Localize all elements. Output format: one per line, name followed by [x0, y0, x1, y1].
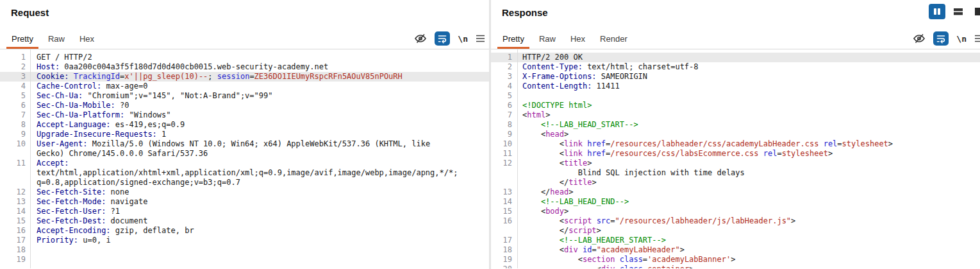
line-content[interactable]: <body> [517, 207, 569, 216]
line-content[interactable]: Host: 0aa200c004a3f5f180d7d0d400cb0015.w… [30, 62, 328, 72]
line-number: 15 [0, 216, 30, 226]
line-number: 12 [491, 159, 517, 187]
menu-glyph [974, 34, 980, 43]
newline-icon[interactable]: \n [458, 34, 468, 44]
line-content[interactable]: Sec-Fetch-Mode: navigate [30, 197, 147, 207]
line-content[interactable]: Sec-Ch-Ua-Mobile: ?0 [30, 101, 129, 110]
line-content[interactable]: <title> Blind SQL injection with time de… [517, 159, 745, 187]
code-line: 9 <head> [491, 130, 980, 139]
line-number: 14 [491, 197, 517, 207]
line-content[interactable]: Content-Type: text/html; charset=utf-8 [517, 62, 699, 72]
line-number: 2 [0, 62, 30, 72]
code-line: 6Sec-Ch-Ua-Mobile: ?0 [0, 101, 489, 110]
line-content[interactable] [30, 255, 37, 265]
line-content[interactable]: <script src="/resources/labheader/js/lab… [517, 216, 795, 236]
line-content[interactable]: <div id="academyLabHeader"> [517, 245, 685, 255]
rows-layout-button[interactable] [950, 4, 967, 19]
eye-slash-icon[interactable] [414, 33, 427, 44]
tab-render[interactable]: Render [595, 28, 633, 49]
code-line: 20 <div class=container> [491, 265, 980, 268]
tab-pretty[interactable]: Pretty [497, 28, 529, 49]
eye-slash-glyph [414, 33, 427, 44]
line-content[interactable]: <section class='academyLabBanner'> [517, 255, 735, 265]
line-content[interactable]: <link href=/resources/css/labsEcommerce.… [517, 149, 833, 159]
response-toolbar: \n [913, 28, 980, 49]
menu-icon[interactable] [974, 34, 980, 43]
line-content[interactable]: User-Agent: Mozilla/5.0 (Windows NT 10.0… [30, 139, 430, 159]
line-content[interactable]: X-Frame-Options: SAMEORIGIN [517, 72, 647, 82]
code-line: 5Sec-Ch-Ua: "Chromium";v="145", "Not:A-B… [0, 91, 489, 101]
line-number: 19 [0, 255, 30, 265]
line-number: 4 [0, 82, 30, 91]
code-line: 11Accept: text/html,application/xhtml+xm… [0, 159, 489, 187]
code-line: 1GET / HTTP/2 [0, 53, 489, 62]
line-content[interactable]: <!--LAB_HEADER_START--> [517, 236, 666, 245]
menu-icon[interactable] [476, 34, 485, 43]
code-line: 8Accept-Language: es-419,es;q=0.9 [0, 120, 489, 130]
eye-slash-icon[interactable] [913, 33, 926, 44]
line-number: 3 [491, 72, 517, 82]
tab-hex[interactable]: Hex [565, 28, 590, 49]
layout-buttons [929, 4, 980, 19]
code-line: 9Upgrade-Insecure-Requests: 1 [0, 130, 489, 139]
line-content[interactable]: Priority: u=0, i [30, 236, 111, 245]
response-panel-header: Response [491, 0, 980, 28]
line-content[interactable]: Cache-Control: max-age=0 [30, 82, 147, 91]
line-content[interactable]: Sec-Ch-Ua: "Chromium";v="145", "Not:A-Br… [30, 91, 272, 101]
line-content[interactable] [517, 91, 522, 101]
line-content[interactable]: Sec-Fetch-Site: none [30, 187, 129, 197]
line-content[interactable]: <div class=container> [517, 265, 693, 268]
code-line: 19 <section class='academyLabBanner'> [491, 255, 980, 265]
line-content[interactable]: <link href=/resources/labheader/css/acad… [517, 139, 893, 149]
message-editor: Request PrettyRawHex [0, 0, 980, 269]
line-content[interactable]: Cookie: TrackingId=x'||pg_sleep(10)--; s… [30, 72, 403, 82]
tab-raw[interactable]: Raw [534, 28, 561, 49]
line-content[interactable]: Sec-Ch-Ua-Platform: "Windows" [30, 110, 171, 120]
line-number: 10 [0, 139, 30, 159]
line-number: 4 [491, 82, 517, 91]
newline-icon[interactable]: \n [956, 34, 967, 44]
line-content[interactable]: <!--LAB_HEAD_START--> [517, 120, 638, 130]
tab-hex[interactable]: Hex [74, 28, 99, 49]
line-content[interactable]: Accept: text/html,application/xhtml+xml,… [30, 159, 458, 187]
line-content[interactable]: Accept-Language: es-419,es;q=0.9 [30, 120, 185, 130]
request-panel: Request PrettyRawHex [0, 0, 491, 269]
code-line: 5 [491, 91, 980, 101]
line-number: 12 [0, 187, 30, 197]
request-tab-strip: PrettyRawHex [6, 28, 104, 49]
tab-pretty[interactable]: Pretty [6, 28, 38, 49]
line-content[interactable]: </head> [517, 187, 574, 197]
word-wrap-icon[interactable] [435, 31, 450, 46]
line-content[interactable] [30, 245, 37, 255]
line-content[interactable]: <!DOCTYPE html> [517, 101, 592, 110]
code-line: 2Content-Type: text/html; charset=utf-8 [491, 62, 980, 72]
response-editor[interactable]: 1HTTP/2 200 OK2Content-Type: text/html; … [491, 49, 980, 268]
tab-raw[interactable]: Raw [43, 28, 70, 49]
line-content[interactable]: Accept-Encoding: gzip, deflate, br [30, 226, 194, 236]
line-number: 17 [491, 236, 517, 245]
line-content[interactable]: <html> [517, 110, 550, 120]
line-content[interactable]: Upgrade-Insecure-Requests: 1 [30, 130, 166, 139]
line-content[interactable]: HTTP/2 200 OK [517, 53, 583, 62]
line-number: 17 [0, 236, 30, 245]
request-editor[interactable]: 1GET / HTTP/22Host: 0aa200c004a3f5f180d7… [0, 49, 489, 268]
line-content[interactable]: Sec-Fetch-Dest: document [30, 216, 147, 226]
line-number: 1 [0, 53, 30, 62]
line-content[interactable]: Content-Length: 11411 [517, 82, 620, 91]
line-number: 1 [491, 53, 517, 62]
line-number: 15 [491, 207, 517, 216]
code-line: 16 <script src="/resources/labheader/js/… [491, 216, 980, 236]
single-layout-button[interactable] [971, 4, 980, 19]
line-content[interactable]: GET / HTTP/2 [30, 53, 92, 62]
line-content[interactable]: <!--LAB_HEAD_END--> [517, 197, 629, 207]
word-wrap-glyph [936, 33, 946, 44]
line-content[interactable]: Sec-Fetch-User: ?1 [30, 207, 120, 216]
code-line: 13 </head> [491, 187, 980, 197]
line-content[interactable]: <head> [517, 130, 569, 139]
word-wrap-icon[interactable] [933, 31, 949, 46]
code-line: 2Host: 0aa200c004a3f5f180d7d0d400cb0015.… [0, 62, 489, 72]
code-line: 14 <!--LAB_HEAD_END--> [491, 197, 980, 207]
response-tab-strip: PrettyRawHexRender [497, 28, 637, 49]
code-line: 10 <link href=/resources/labheader/css/a… [491, 139, 980, 149]
columns-layout-button[interactable] [929, 4, 945, 19]
